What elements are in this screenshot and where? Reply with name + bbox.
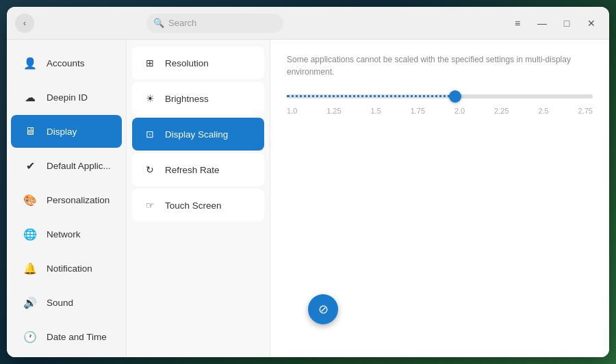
search-bar[interactable]: 🔍 Search (146, 14, 283, 33)
middle-panel: ⊞ Resolution ☀ Brightness ⊡ Display Scal… (127, 40, 270, 357)
panel-label-resolution: Resolution (165, 58, 209, 68)
sidebar: 👤 Accounts ☁ Deepin ID 🖥 Display ✔ Defau… (7, 40, 127, 357)
panel-icon-touch-screen: ☞ (142, 197, 158, 213)
sidebar-label-default-apps: Default Applic... (47, 161, 111, 171)
panel-item-touch-screen[interactable]: ☞ Touch Screen (132, 189, 264, 222)
sidebar-icon-personalization: 🎨 (21, 190, 40, 209)
info-text: Some applications cannot be scaled with … (287, 53, 593, 78)
panel-item-refresh-rate[interactable]: ↻ Refresh Rate (132, 153, 264, 186)
sidebar-label-sound: Sound (47, 298, 73, 308)
slider-fill (287, 95, 455, 98)
panel-label-refresh-rate: Refresh Rate (165, 165, 220, 175)
sidebar-item-datetime[interactable]: 🕐 Date and Time (11, 320, 122, 353)
sidebar-icon-notification: 🔔 (21, 259, 40, 278)
panel-icon-resolution: ⊞ (142, 55, 158, 71)
slider-label-1.5: 1.5 (370, 107, 381, 115)
sidebar-item-network[interactable]: 🌐 Network (11, 218, 122, 250)
slider-label-1.0: 1.0 (287, 107, 297, 115)
search-icon: 🔍 (153, 18, 164, 28)
slider-thumb[interactable] (449, 90, 461, 103)
content-area: 👤 Accounts ☁ Deepin ID 🖥 Display ✔ Defau… (7, 40, 609, 357)
sidebar-item-sound[interactable]: 🔊 Sound (11, 286, 122, 319)
slider-label-2.75: 2.75 (578, 107, 593, 115)
sidebar-item-deepin-id[interactable]: ☁ Deepin ID (11, 81, 122, 114)
slider-label-2.25: 2.25 (494, 107, 509, 115)
sidebar-icon-accounts: 👤 (21, 53, 40, 73)
slider-label-2.5: 2.5 (538, 107, 548, 115)
sidebar-item-personalization[interactable]: 🎨 Personalization (11, 183, 122, 216)
panel-label-touch-screen: Touch Screen (165, 200, 222, 211)
panel-item-brightness[interactable]: ☀ Brightness (132, 82, 264, 115)
slider-label-1.75: 1.75 (411, 107, 425, 115)
slider-label-2.0: 2.0 (454, 107, 465, 115)
slider-labels: 1.01.251.51.752.02.252.52.75 (287, 107, 593, 115)
titlebar: ‹ 🔍 Search ≡ — □ ✕ (7, 7, 609, 40)
display-scaling-slider-container: 1.01.251.51.752.02.252.52.75 (287, 94, 593, 115)
sidebar-icon-datetime: 🕐 (21, 327, 40, 346)
sidebar-item-default-apps[interactable]: ✔ Default Applic... (11, 149, 122, 182)
main-window: ‹ 🔍 Search ≡ — □ ✕ 👤 Accounts ☁ Deepin I… (7, 7, 609, 357)
back-button[interactable]: ‹ (15, 14, 34, 33)
sidebar-icon-display: 🖥 (21, 122, 40, 141)
slider-track[interactable] (287, 94, 593, 99)
sidebar-item-notification[interactable]: 🔔 Notification (11, 252, 122, 285)
sidebar-item-accounts[interactable]: 👤 Accounts (11, 47, 122, 79)
sidebar-icon-default-apps: ✔ (21, 156, 40, 175)
sidebar-label-datetime: Date and Time (47, 332, 107, 342)
maximize-button[interactable]: □ (557, 14, 576, 33)
sidebar-icon-deepin-id: ☁ (21, 88, 40, 107)
sidebar-label-network: Network (47, 229, 81, 239)
panel-icon-brightness: ☀ (142, 90, 158, 107)
sidebar-label-deepin-id: Deepin ID (47, 92, 88, 103)
minimize-button[interactable]: — (532, 14, 552, 33)
close-button[interactable]: ✕ (582, 14, 601, 33)
sidebar-label-display: Display (47, 127, 77, 137)
panel-item-display-scaling[interactable]: ⊡ Display Scaling (132, 118, 264, 151)
menu-button[interactable]: ≡ (508, 14, 527, 33)
panel-label-display-scaling: Display Scaling (165, 129, 228, 140)
sidebar-label-personalization: Personalization (47, 195, 110, 205)
panel-icon-refresh-rate: ↻ (142, 161, 158, 178)
sidebar-item-power[interactable]: 🟢 Power (11, 354, 122, 357)
panel-item-resolution[interactable]: ⊞ Resolution (132, 47, 264, 79)
sidebar-label-notification: Notification (47, 263, 92, 274)
sidebar-label-accounts: Accounts (47, 58, 85, 68)
fab-button[interactable]: ⊘ (308, 294, 338, 324)
panel-icon-display-scaling: ⊡ (142, 126, 158, 142)
slider-label-1.25: 1.25 (326, 107, 341, 115)
search-placeholder: Search (168, 18, 196, 28)
panel-label-brightness: Brightness (165, 94, 209, 104)
window-controls: ≡ — □ ✕ (508, 14, 601, 33)
sidebar-icon-sound: 🔊 (21, 293, 40, 312)
sidebar-icon-network: 🌐 (21, 224, 40, 244)
panels-wrap: ⊞ Resolution ☀ Brightness ⊡ Display Scal… (127, 40, 609, 357)
sidebar-item-display[interactable]: 🖥 Display (11, 115, 122, 148)
